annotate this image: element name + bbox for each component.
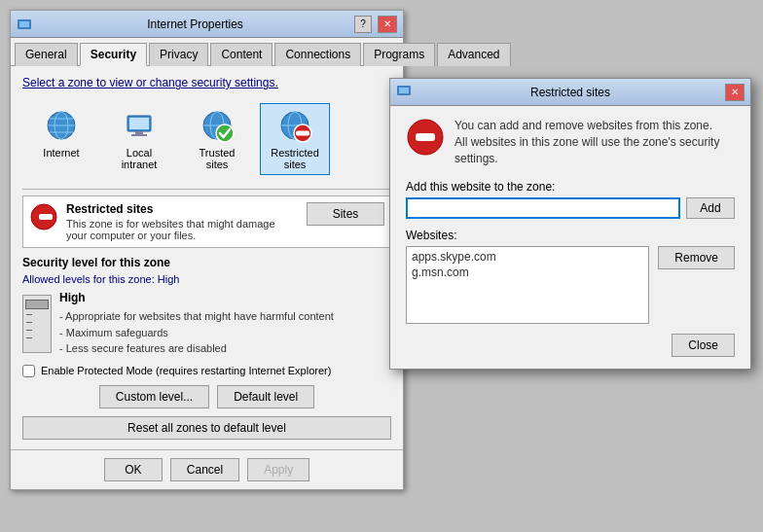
svg-rect-9 xyxy=(135,131,143,134)
security-slider[interactable] xyxy=(22,291,52,357)
zone-internet-label: Internet xyxy=(43,147,79,159)
websites-buttons: Remove xyxy=(658,229,735,269)
security-level-box: High - Appropriate for websites that mig… xyxy=(22,291,391,357)
local-intranet-icon xyxy=(122,108,157,143)
add-button[interactable]: Add xyxy=(686,197,735,219)
dialog-icon xyxy=(396,83,412,101)
reset-all-button[interactable]: Reset all zones to default level xyxy=(22,416,391,440)
help-button[interactable]: ? xyxy=(354,16,372,33)
websites-label: Websites: xyxy=(406,229,650,242)
trusted-sites-icon xyxy=(200,108,235,143)
security-description: High - Appropriate for websites that mig… xyxy=(59,291,391,357)
internet-icon xyxy=(44,108,79,143)
svg-point-14 xyxy=(216,124,234,142)
close-button[interactable]: ✕ xyxy=(378,16,397,33)
zone-icons-row: Internet Local intranet xyxy=(22,99,391,179)
allowed-levels-text: Allowed levels for this zone: High xyxy=(22,273,391,285)
tab-advanced[interactable]: Advanced xyxy=(437,43,510,66)
zone-info-icon xyxy=(29,202,58,231)
security-level-detail-1: - Appropriate for websites that might ha… xyxy=(59,308,391,325)
security-level-title: Security level for this zone xyxy=(22,256,391,269)
websites-list[interactable]: apps.skype.com g.msn.com xyxy=(406,246,649,324)
dialog-close-button[interactable]: Close xyxy=(672,334,735,357)
svg-rect-1 xyxy=(19,21,29,27)
zone-trusted-sites-label: Trusted sites xyxy=(187,147,247,170)
cancel-button[interactable]: Cancel xyxy=(170,458,239,481)
dialog-close-x-button[interactable]: ✕ xyxy=(725,84,745,101)
custom-level-button[interactable]: Custom level... xyxy=(99,385,209,408)
security-level-name: High xyxy=(59,291,391,304)
zone-restricted-sites[interactable]: Restricted sites xyxy=(260,103,330,175)
website-item-1[interactable]: g.msn.com xyxy=(409,265,646,280)
tab-general[interactable]: General xyxy=(15,43,78,66)
dialog-content: You can add and remove websites from thi… xyxy=(390,106,750,369)
tab-content[interactable]: Content xyxy=(210,43,272,66)
tabs-bar: General Security Privacy Content Connect… xyxy=(11,38,403,66)
dialog-info-row: You can add and remove websites from thi… xyxy=(406,118,735,166)
dialog-no-entry-icon xyxy=(406,118,445,157)
protected-mode-label: Enable Protected Mode (requires restarti… xyxy=(41,365,331,376)
zone-info-desc: This zone is for websites that might dam… xyxy=(66,218,299,241)
dialog-info-text: You can add and remove websites from thi… xyxy=(454,118,727,166)
svg-rect-10 xyxy=(131,134,147,136)
tab-programs[interactable]: Programs xyxy=(363,43,435,66)
main-window-icon xyxy=(17,17,32,32)
svg-rect-23 xyxy=(399,88,409,93)
protected-mode-checkbox[interactable] xyxy=(22,365,35,377)
add-website-input[interactable] xyxy=(406,197,680,219)
tab-privacy[interactable]: Privacy xyxy=(149,43,208,66)
zone-internet[interactable]: Internet xyxy=(26,103,96,175)
divider-1 xyxy=(22,189,391,190)
remove-button[interactable]: Remove xyxy=(658,246,735,269)
dialog-input-row: Add xyxy=(406,197,735,219)
zone-info-box: Restricted sites This zone is for websit… xyxy=(22,195,391,248)
dialog-title-bar: Restricted sites ✕ xyxy=(390,79,750,106)
restricted-sites-dialog: Restricted sites ✕ You can add and remov… xyxy=(389,78,751,370)
zone-restricted-sites-label: Restricted sites xyxy=(265,147,325,170)
website-item-0[interactable]: apps.skype.com xyxy=(409,249,646,265)
zone-local-intranet-label: Local intranet xyxy=(109,147,169,170)
zone-trusted-sites[interactable]: Trusted sites xyxy=(182,103,252,175)
svg-rect-25 xyxy=(416,133,435,141)
websites-column: Websites: apps.skype.com g.msn.com xyxy=(406,229,650,324)
svg-rect-8 xyxy=(129,118,149,129)
security-level-detail-2: - Maximum safeguards xyxy=(59,325,391,341)
apply-button[interactable]: Apply xyxy=(247,458,309,481)
zone-local-intranet[interactable]: Local intranet xyxy=(104,103,174,175)
add-website-label: Add this website to the zone: xyxy=(406,180,735,194)
main-buttons-row: OK Cancel Apply xyxy=(11,449,403,489)
svg-rect-21 xyxy=(39,214,53,220)
security-level-detail-3: - Less secure features are disabled xyxy=(59,340,391,357)
dialog-close-row: Close xyxy=(406,334,735,357)
main-title-text: Internet Properties xyxy=(36,18,354,31)
main-window: Internet Properties ? ✕ General Security… xyxy=(10,10,404,490)
zone-info-title: Restricted sites xyxy=(66,202,299,216)
default-level-button[interactable]: Default level xyxy=(217,385,314,408)
main-title-bar: Internet Properties ? ✕ xyxy=(11,11,403,38)
zone-instruction: Select a zone to view or change security… xyxy=(22,76,391,89)
ok-button[interactable]: OK xyxy=(104,458,163,481)
svg-rect-19 xyxy=(296,131,309,136)
tab-security[interactable]: Security xyxy=(80,43,147,66)
websites-section: Websites: apps.skype.com g.msn.com Remov… xyxy=(406,229,735,324)
sites-button[interactable]: Sites xyxy=(307,202,384,226)
custom-default-buttons: Custom level... Default level xyxy=(22,385,391,408)
restricted-sites-icon xyxy=(277,108,312,143)
protected-mode-row: Enable Protected Mode (requires restarti… xyxy=(22,365,391,377)
dialog-title-text: Restricted sites xyxy=(416,86,725,99)
tab-connections[interactable]: Connections xyxy=(274,43,361,66)
security-level-section: Security level for this zone Allowed lev… xyxy=(22,256,391,357)
security-tab-content: Select a zone to view or change security… xyxy=(11,66,403,449)
